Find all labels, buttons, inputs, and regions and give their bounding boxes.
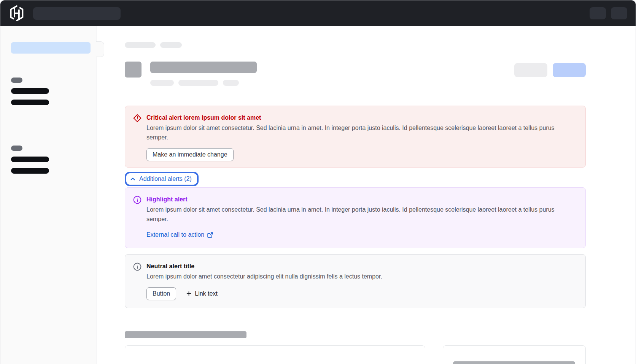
highlight-alert-content: Highlight alert Lorem ipsum dolor sit am… — [146, 195, 576, 239]
plus-icon — [186, 291, 192, 296]
breadcrumb — [125, 42, 586, 48]
neutral-alert-link[interactable]: Link text — [186, 290, 218, 297]
page-meta-skeletons — [150, 80, 257, 86]
sidebar-collapse-handle[interactable] — [96, 41, 104, 57]
page-header — [125, 62, 586, 86]
section-title-skeleton — [125, 331, 246, 338]
main-content: Critical alert lorem ipsum dolor sit ame… — [97, 26, 636, 364]
page-title-group — [150, 62, 257, 86]
primary-button-skeleton[interactable] — [553, 63, 586, 77]
additional-alerts-label: Additional alerts (2) — [139, 174, 192, 184]
external-call-to-action-link[interactable]: External call to action — [146, 230, 213, 239]
chevron-up-icon — [130, 176, 136, 182]
highlight-alert-title: Highlight alert — [146, 195, 576, 204]
highlight-alert: Highlight alert Lorem ipsum dolor sit am… — [125, 187, 586, 248]
app-window: Critical alert lorem ipsum dolor sit ame… — [0, 0, 636, 364]
neutral-alert-button[interactable]: Button — [146, 287, 176, 300]
page-meta-skeleton-3 — [223, 80, 239, 86]
secondary-button-skeleton[interactable] — [514, 63, 547, 77]
critical-alert-title: Critical alert lorem ipsum dolor sit ame… — [146, 113, 576, 122]
additional-alerts-toggle[interactable]: Additional alerts (2) — [125, 172, 199, 186]
card-skeleton-right — [443, 345, 586, 364]
nav-action-skeleton-1[interactable] — [590, 7, 606, 19]
page-actions — [514, 63, 586, 77]
nav-action-skeleton-2[interactable] — [611, 7, 627, 19]
info-circle-icon — [133, 195, 142, 204]
neutral-alert-title: Neutral alert title — [146, 262, 576, 271]
sidebar-section-label-skeleton-1 — [11, 78, 22, 83]
card-content-skeleton — [453, 361, 575, 364]
sidebar-item-skeleton-3[interactable] — [11, 157, 49, 162]
sidebar-item-skeleton-4[interactable] — [11, 168, 49, 174]
sidebar-active-item-skeleton[interactable] — [11, 42, 91, 54]
neutral-alert-description: Lorem ipsum dolor amet consectetur adipi… — [146, 272, 565, 282]
page-meta-skeleton-2 — [178, 80, 218, 86]
cards-row — [125, 345, 586, 364]
external-link-label: External call to action — [146, 230, 204, 239]
critical-alert: Critical alert lorem ipsum dolor sit ame… — [125, 106, 586, 168]
neutral-alert: Neutral alert title Lorem ipsum dolor am… — [125, 254, 586, 308]
page-title-skeleton — [150, 62, 257, 73]
info-circle-icon — [133, 262, 142, 271]
breadcrumb-skeleton-2[interactable] — [160, 42, 182, 48]
sidebar-item-skeleton-1[interactable] — [11, 88, 49, 94]
top-nav — [0, 0, 636, 26]
breadcrumb-skeleton-1[interactable] — [125, 42, 156, 48]
critical-alert-action-button[interactable]: Make an immediate change — [146, 148, 234, 161]
app-frame: Critical alert lorem ipsum dolor sit ame… — [0, 26, 636, 364]
hashicorp-logo-icon[interactable] — [9, 5, 25, 22]
sidebar-section-label-skeleton-2 — [11, 146, 22, 151]
highlight-alert-description: Lorem ipsum dolor sit amet consectetur. … — [146, 205, 565, 224]
sidebar — [0, 26, 97, 364]
neutral-alert-actions: Button Link text — [146, 287, 576, 300]
critical-alert-description: Lorem ipsum dolor sit amet consectetur. … — [146, 123, 565, 142]
critical-alert-content: Critical alert lorem ipsum dolor sit ame… — [146, 113, 576, 161]
card-skeleton-left — [125, 345, 425, 364]
page-icon-skeleton — [125, 62, 142, 78]
link-text-label: Link text — [195, 290, 218, 297]
alert-diamond-icon — [133, 114, 142, 123]
sidebar-item-skeleton-2[interactable] — [11, 100, 49, 105]
page-meta-skeleton-1 — [150, 80, 174, 86]
external-link-icon — [207, 232, 213, 238]
search-input-skeleton[interactable] — [33, 7, 121, 20]
neutral-alert-content: Neutral alert title Lorem ipsum dolor am… — [146, 262, 576, 300]
